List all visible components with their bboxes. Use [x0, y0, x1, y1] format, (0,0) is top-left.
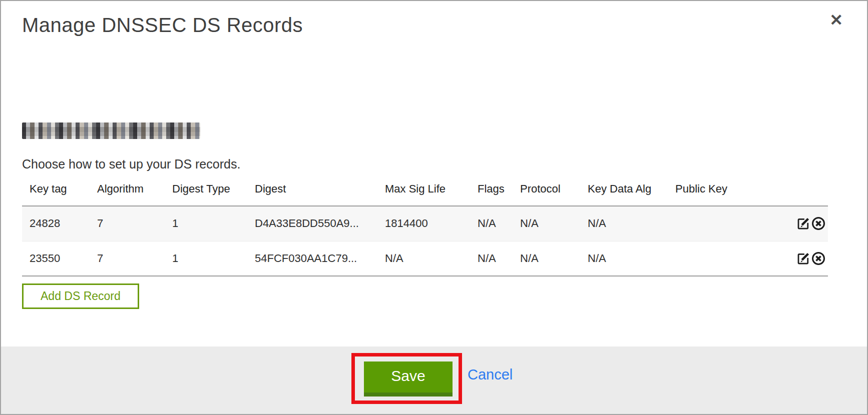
- delete-record-icon[interactable]: [811, 216, 826, 231]
- table-row: 23550 7 1 54FCF030AA1C79... N/A N/A N/A …: [22, 241, 828, 276]
- cell-max-sig-life: 1814400: [377, 206, 470, 241]
- cell-flags: N/A: [470, 206, 513, 241]
- cell-max-sig-life: N/A: [377, 241, 470, 276]
- edit-record-icon[interactable]: [796, 251, 811, 266]
- cell-key-tag: 24828: [22, 206, 90, 241]
- cell-digest-type: 1: [165, 241, 247, 276]
- dialog-content: Manage DNSSEC DS Records Choose how to s…: [1, 14, 867, 309]
- col-header-key-tag: Key tag: [22, 182, 90, 206]
- redacted-domain: [22, 122, 200, 139]
- col-header-flags: Flags: [470, 182, 513, 206]
- col-header-algorithm: Algorithm: [90, 182, 165, 206]
- save-button[interactable]: Save: [364, 362, 453, 396]
- cell-digest-type: 1: [165, 206, 247, 241]
- table-row: 24828 7 1 D4A33E8DD550A9... 1814400 N/A …: [22, 206, 828, 241]
- col-header-public-key: Public Key: [668, 182, 785, 206]
- cell-key-data-alg: N/A: [580, 241, 668, 276]
- cell-protocol: N/A: [513, 206, 580, 241]
- col-header-digest-type: Digest Type: [165, 182, 247, 206]
- cell-key-data-alg: N/A: [580, 206, 668, 241]
- col-header-protocol: Protocol: [513, 182, 580, 206]
- cell-digest: D4A33E8DD550A9...: [247, 206, 377, 241]
- cell-algorithm: 7: [90, 206, 165, 241]
- cell-algorithm: 7: [90, 241, 165, 276]
- delete-record-icon[interactable]: [811, 251, 826, 266]
- col-header-key-data-alg: Key Data Alg: [580, 182, 668, 206]
- cell-digest: 54FCF030AA1C79...: [247, 241, 377, 276]
- col-header-max-sig-life: Max Sig Life: [377, 182, 470, 206]
- instruction-text: Choose how to set up your DS records.: [22, 157, 846, 172]
- cell-flags: N/A: [470, 241, 513, 276]
- add-ds-record-button[interactable]: Add DS Record: [22, 284, 139, 309]
- close-icon[interactable]: ✕: [827, 10, 845, 30]
- cell-protocol: N/A: [513, 241, 580, 276]
- table-header-row: Key tag Algorithm Digest Type Digest Max…: [22, 182, 828, 206]
- col-header-digest: Digest: [247, 182, 377, 206]
- col-header-actions: [785, 182, 828, 206]
- footer-bar: Save Cancel: [1, 346, 867, 414]
- cell-public-key: [668, 241, 785, 276]
- dnssec-dialog: ✕ Manage DNSSEC DS Records Choose how to…: [0, 0, 868, 415]
- annotation-red-box: Save: [351, 353, 462, 404]
- cancel-link[interactable]: Cancel: [468, 366, 513, 383]
- cell-key-tag: 23550: [22, 241, 90, 276]
- cell-public-key: [668, 206, 785, 241]
- ds-records-table: Key tag Algorithm Digest Type Digest Max…: [22, 182, 828, 276]
- edit-record-icon[interactable]: [796, 216, 811, 231]
- page-title: Manage DNSSEC DS Records: [22, 14, 846, 36]
